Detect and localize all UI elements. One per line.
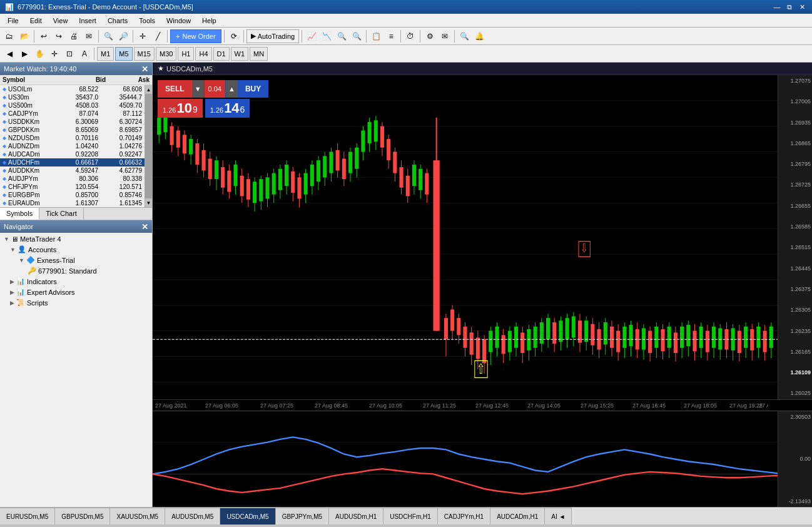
new-order-button[interactable]: + New Order (170, 29, 221, 43)
symbol-name: ◆ AUDCHFm (3, 159, 54, 166)
mail-btn[interactable]: ✉ (82, 29, 96, 43)
tf-w1[interactable]: W1 (231, 47, 249, 61)
tf-h1[interactable]: H1 (178, 47, 194, 61)
chart-tab-audcad[interactable]: AUDCADm,H1 (490, 508, 545, 525)
tab-tick-chart[interactable]: Tick Chart (39, 208, 84, 220)
auto-trading-button[interactable]: ▶ AutoTrading (246, 29, 300, 43)
svg-text:27 Aug 10:05: 27 Aug 10:05 (369, 402, 402, 409)
chart-tab-audusd-h1[interactable]: AUDUSDm,H1 (329, 508, 383, 525)
menu-insert[interactable]: Insert (74, 16, 101, 26)
buy-button[interactable]: BUY (238, 80, 268, 98)
chart-down-btn[interactable]: 📉 (320, 29, 333, 43)
obj-list-btn[interactable]: ≡ (384, 29, 398, 43)
tf-m30[interactable]: M30 (156, 47, 176, 61)
settings-btn[interactable]: ⚙ (423, 29, 437, 43)
svg-rect-18 (170, 126, 174, 145)
tf-mn[interactable]: MN (250, 47, 268, 61)
redo-btn[interactable]: ↪ (52, 29, 66, 43)
tf-m15[interactable]: M15 (134, 47, 155, 61)
back-btn[interactable]: ◀ (3, 47, 16, 61)
undo-btn[interactable]: ↩ (37, 29, 51, 43)
menu-edit[interactable]: Edit (25, 16, 47, 26)
chart-up-btn[interactable]: 📈 (305, 29, 318, 43)
nav-exness-trial[interactable]: ▼ 🔷 Exness-Trial (1, 255, 151, 265)
alert-btn[interactable]: 🔔 (472, 29, 486, 43)
market-watch-row-us30m[interactable]: ◆ US30m 35437.0 35444.7 (0, 93, 145, 101)
time-btn[interactable]: ⏱ (403, 29, 417, 43)
font-btn[interactable]: A (78, 47, 91, 61)
autotrading-icon: ▶ (251, 32, 256, 40)
zoom-chart-btn[interactable]: 🔍 (335, 29, 348, 43)
chart-tab-gbpjpy[interactable]: GBPJPYm,M5 (276, 508, 329, 525)
title-bar-controls[interactable]: — ⧉ ✕ (772, 2, 807, 12)
zoom-chart-out-btn[interactable]: 🔍 (350, 29, 363, 43)
crosshair2-btn[interactable]: ✛ (48, 47, 61, 61)
nav-metatrader4[interactable]: ▼ 🖥 MetaTrader 4 (1, 234, 151, 244)
scroll-thumb[interactable] (145, 94, 152, 198)
tab-symbols[interactable]: Symbols (0, 208, 39, 220)
search-btn[interactable]: 🔍 (457, 29, 471, 43)
market-watch-row-nzdusdm[interactable]: ◆ NZDUSDm 0.70116 0.70149 (0, 134, 145, 142)
indicator-list-btn[interactable]: 📋 (369, 29, 383, 43)
nav-expert-advisors[interactable]: ▶ 📊 Expert Advisors (1, 287, 151, 297)
chart-tab-xauusd[interactable]: XAUUSDm,M5 (110, 508, 165, 525)
market-watch-row-audnzdm[interactable]: ◆ AUDNZDm 1.04240 1.04276 (0, 142, 145, 150)
menu-charts[interactable]: Charts (103, 16, 133, 26)
nav-accounts[interactable]: ▼ 👤 Accounts (1, 244, 151, 255)
drag-btn[interactable]: ✋ (33, 47, 46, 61)
chart-tab-cadjpy[interactable]: CADJPYm,H1 (438, 508, 490, 525)
tf-d1[interactable]: D1 (213, 47, 230, 61)
market-watch-row-cadjpym[interactable]: ◆ CADJPYm 87.074 87.112 (0, 110, 145, 118)
menu-file[interactable]: File (3, 16, 24, 26)
menu-tools[interactable]: Tools (134, 16, 160, 26)
menu-window[interactable]: Window (161, 16, 196, 26)
chart-tab-usdchf[interactable]: USDCHFm,H1 (383, 508, 438, 525)
market-watch-close[interactable]: ✕ (141, 64, 148, 74)
sell-button[interactable]: SELL (158, 80, 192, 98)
menu-view[interactable]: View (48, 16, 73, 26)
market-watch-row-audchfm[interactable]: ◆ AUDCHFm 0.66617 0.66632 (0, 158, 145, 166)
zoom-out-btn[interactable]: 🔎 (116, 29, 130, 43)
line-btn[interactable]: ╱ (151, 29, 165, 43)
chart-tab-ai[interactable]: AI ◄ (545, 508, 572, 525)
new-chart-btn[interactable]: 🗂 (3, 29, 16, 43)
chart-tab-gbpusd[interactable]: GBPUSDm,M5 (55, 508, 110, 525)
forward-btn[interactable]: ▶ (18, 47, 31, 61)
trade-buttons: SELL ▼ 0.04 ▲ BUY 1.26 10 9 1.26 (158, 80, 268, 118)
chart-tab-usdcad[interactable]: USDCADm,M5 (220, 508, 275, 525)
open-btn[interactable]: 📂 (18, 29, 31, 43)
market-watch-row-audjpym[interactable]: ◆ AUDJPYm 80.306 80.338 (0, 175, 145, 183)
market-watch-row-usddkkm[interactable]: ◆ USDDKKm 6.30069 6.30724 (0, 118, 145, 126)
nav-scripts[interactable]: ▶ 📜 Scripts (1, 297, 151, 308)
market-watch-row-usoilm[interactable]: ◆ USOILm 68.522 68.608 (0, 85, 145, 93)
close-button[interactable]: ✕ (797, 2, 807, 12)
market-watch-row-chfjpym[interactable]: ◆ CHFJPYm 120.554 120.571 (0, 183, 145, 191)
market-watch-row-auddkkm[interactable]: ◆ AUDDKKm 4.59247 4.62779 (0, 166, 145, 175)
print-btn[interactable]: 🖨 (67, 29, 81, 43)
market-watch-scrollbar[interactable]: ▲ ▼ (145, 85, 152, 207)
market-watch-row-eurgbpm[interactable]: ◆ EURGBPm 0.85700 0.85746 (0, 191, 145, 199)
tf-m1[interactable]: M1 (97, 47, 114, 61)
zoom-in-btn[interactable]: 🔍 (101, 29, 115, 43)
scroll-down-btn[interactable]: ▼ (145, 198, 152, 207)
tf-h4[interactable]: H4 (195, 47, 211, 61)
nav-indicators[interactable]: ▶ 📊 Indicators (1, 276, 151, 287)
scroll-up-btn[interactable]: ▲ (145, 85, 152, 94)
minimize-button[interactable]: — (772, 2, 782, 12)
menu-help[interactable]: Help (197, 16, 221, 26)
mail2-btn[interactable]: ✉ (438, 29, 452, 43)
zoom-sel-btn[interactable]: ⊡ (63, 47, 76, 61)
chart-tab-audusd[interactable]: AUDUSDm,M5 (165, 508, 220, 525)
chart-container[interactable]: SELL ▼ 0.04 ▲ BUY 1.26 10 9 1.26 (153, 75, 812, 507)
nav-account-6779901[interactable]: 🔑 6779901: Standard (1, 265, 151, 276)
market-watch-row-gbpdkkm[interactable]: ◆ GBPDKKm 8.65069 8.69857 (0, 126, 145, 134)
tf-m5[interactable]: M5 (115, 47, 132, 61)
maximize-button[interactable]: ⧉ (784, 2, 794, 12)
history-btn[interactable]: ⟳ (227, 29, 241, 43)
crosshair-btn[interactable]: ✛ (136, 29, 150, 43)
market-watch-row-euraudm[interactable]: ◆ EURAUDm 1.61307 1.61345 (0, 199, 145, 207)
market-watch-row-us500m[interactable]: ◆ US500m 4508.03 4509.70 (0, 101, 145, 110)
navigator-close[interactable]: ✕ (141, 222, 148, 232)
market-watch-row-audcadm[interactable]: ◆ AUDCADm 0.92208 0.92247 (0, 150, 145, 158)
chart-tab-eurusd[interactable]: EURUSDm,M5 (0, 508, 55, 525)
